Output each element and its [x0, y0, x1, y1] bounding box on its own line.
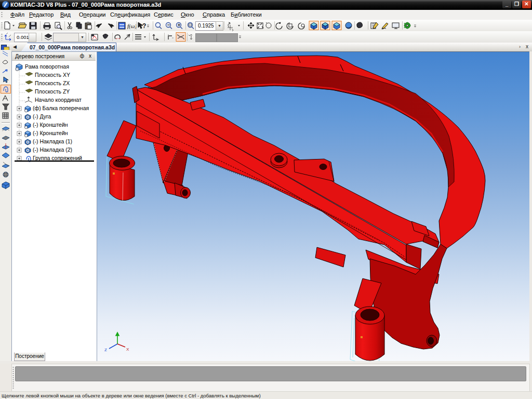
svg-text:?: ? [142, 22, 146, 30]
svg-text:X: X [126, 347, 129, 352]
svg-text:Z: Z [104, 348, 107, 352]
svg-text:f(ω): f(ω) [127, 23, 137, 30]
